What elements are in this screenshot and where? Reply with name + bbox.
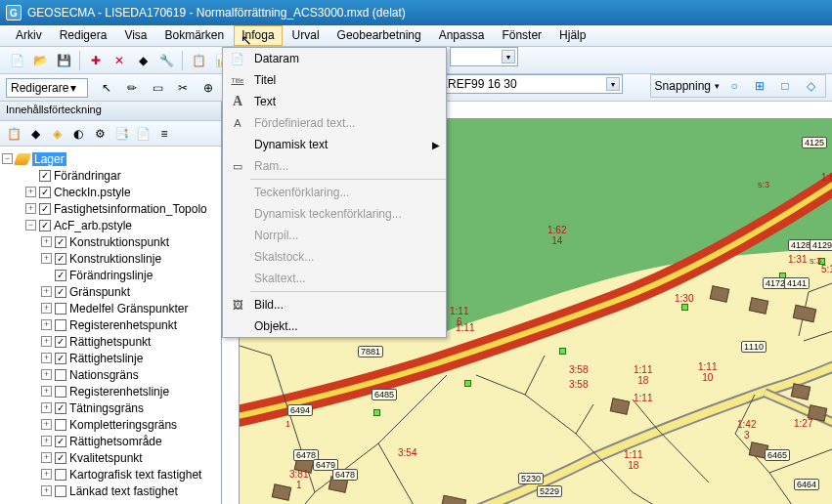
layer-checkbox[interactable] <box>55 436 66 447</box>
edit-tool-icon[interactable]: ↖ <box>96 77 117 99</box>
tree-item[interactable]: +Kartografisk text fastighet <box>2 466 219 483</box>
layer-checkbox[interactable] <box>55 286 66 298</box>
expand-icon[interactable]: + <box>41 386 52 397</box>
menu-visa[interactable]: Visa <box>116 25 154 46</box>
layer-checkbox[interactable] <box>39 203 51 215</box>
tree-item[interactable]: +Rättighetsområde <box>2 433 219 449</box>
menu-fönster[interactable]: Fönster <box>494 25 549 46</box>
layer-checkbox[interactable] <box>55 485 66 497</box>
tree-item[interactable]: +Kompletteringsgräns <box>2 416 219 433</box>
tree-root[interactable]: −Lager <box>2 150 219 167</box>
layer-checkbox[interactable] <box>55 452 66 464</box>
layer-checkbox[interactable] <box>55 336 66 348</box>
collapse-icon[interactable]: − <box>25 220 36 231</box>
menu-arkiv[interactable]: Arkiv <box>8 25 50 46</box>
menu-hjälp[interactable]: Hjälp <box>551 25 593 46</box>
expand-icon[interactable]: + <box>41 452 52 463</box>
snap-edge-icon[interactable]: □ <box>774 75 796 97</box>
tree-item[interactable]: Förändringslinje <box>2 267 219 283</box>
menu-item[interactable]: AText <box>223 91 446 112</box>
expand-icon[interactable]: + <box>41 303 52 314</box>
tree-item[interactable]: +Rättighetslinje <box>2 350 219 366</box>
tree-item[interactable]: +Rättighetspunkt <box>2 333 219 350</box>
tree-item[interactable]: +CheckIn.pstyle <box>2 184 219 200</box>
scale-combo[interactable]: ▾ <box>450 47 518 66</box>
tree-item[interactable]: +Tätningsgräns <box>2 399 219 416</box>
layer-checkbox[interactable] <box>55 469 66 481</box>
toc-options-icon[interactable]: ⚙ <box>90 124 109 144</box>
new-icon[interactable]: 📄 <box>6 50 27 71</box>
tree-item[interactable]: +Registerenhetspunkt <box>2 316 219 333</box>
menu-infoga[interactable]: Infoga <box>234 25 282 46</box>
tree-item[interactable]: +Medelfel Gränspunkter <box>2 300 219 316</box>
expand-icon[interactable]: + <box>41 336 52 347</box>
layer-checkbox[interactable] <box>55 419 66 431</box>
tree-item[interactable]: +Fastighetsinformation_Topolo <box>2 200 219 217</box>
expand-icon[interactable]: + <box>41 419 52 430</box>
expand-icon[interactable]: + <box>41 402 52 413</box>
layer-checkbox[interactable] <box>55 236 66 248</box>
tree-item[interactable]: +Registerenhetslinje <box>2 383 219 399</box>
snap-point-icon[interactable]: ○ <box>723 75 745 97</box>
tool-icon[interactable]: ✚ <box>85 50 107 71</box>
edit-tool-icon[interactable]: ▭ <box>147 77 168 99</box>
expand-icon[interactable]: + <box>41 485 52 496</box>
tool-icon[interactable]: ✕ <box>109 50 130 71</box>
tree-item[interactable]: +Kvalitetspunkt <box>2 449 219 466</box>
tree-item[interactable]: +Länkad text fastighet <box>2 483 219 499</box>
snapping-label[interactable]: Snappning <box>655 79 711 93</box>
layer-checkbox[interactable] <box>55 402 66 414</box>
snap-grid-icon[interactable]: ⊞ <box>749 75 770 97</box>
edit-tool-icon[interactable]: ✏ <box>121 77 143 99</box>
expand-icon[interactable]: + <box>41 319 52 330</box>
layer-checkbox[interactable] <box>55 319 66 331</box>
menu-urval[interactable]: Urval <box>285 25 328 46</box>
edit-tool-icon[interactable]: ✂ <box>172 77 194 99</box>
layer-checkbox[interactable] <box>55 270 66 281</box>
menu-redigera[interactable]: Redigera <box>52 25 115 46</box>
toc-btn-icon[interactable]: ≡ <box>154 124 174 144</box>
layer-checkbox[interactable] <box>55 353 66 364</box>
menu-geobearbetning[interactable]: Geobearbetning <box>329 25 429 46</box>
tree-item[interactable]: +Gränspunkt <box>2 283 219 300</box>
expand-icon[interactable]: + <box>41 436 52 446</box>
list-by-source-icon[interactable]: ◆ <box>25 124 45 144</box>
expand-icon[interactable]: + <box>25 187 36 197</box>
tool-icon[interactable]: 🔧 <box>155 50 177 71</box>
list-by-selection-icon[interactable]: ◐ <box>68 124 88 144</box>
save-icon[interactable]: 💾 <box>53 50 74 71</box>
tool-icon[interactable]: 📋 <box>188 50 209 71</box>
menu-bokmärken[interactable]: Bokmärken <box>157 25 233 46</box>
layer-checkbox[interactable] <box>55 253 66 265</box>
layer-checkbox[interactable] <box>39 170 51 182</box>
toc-btn-icon[interactable]: 📑 <box>111 124 131 144</box>
menu-anpassa[interactable]: Anpassa <box>431 25 493 46</box>
list-by-visibility-icon[interactable]: ◈ <box>47 124 66 144</box>
layer-checkbox[interactable] <box>55 369 66 381</box>
expand-icon[interactable]: + <box>41 469 52 480</box>
expand-icon[interactable]: + <box>41 236 52 247</box>
snap-vertex-icon[interactable]: ◇ <box>800 75 821 97</box>
editor-dropdown[interactable]: Redigerare ▾ <box>6 78 88 98</box>
menu-item[interactable]: 🖼Bild... <box>223 294 446 315</box>
expand-icon[interactable]: + <box>41 353 52 363</box>
menu-item[interactable]: Objekt... <box>223 315 446 337</box>
list-by-drawing-icon[interactable]: 📋 <box>4 124 23 144</box>
menu-item[interactable]: 📄Dataram <box>223 48 446 69</box>
tree-item[interactable]: −AcF_arb.pstyle <box>2 217 219 233</box>
layer-checkbox[interactable] <box>55 386 66 398</box>
layer-checkbox[interactable] <box>39 187 51 198</box>
tree-item[interactable]: Förändringar <box>2 167 219 184</box>
tree-item[interactable]: +Nationsgräns <box>2 366 219 383</box>
toc-btn-icon[interactable]: 📄 <box>133 124 153 144</box>
layer-checkbox[interactable] <box>55 303 66 315</box>
add-layer-icon[interactable]: ◆ <box>132 50 153 71</box>
open-icon[interactable]: 📂 <box>29 50 51 71</box>
tree-item[interactable]: +Konstruktionspunkt <box>2 233 219 250</box>
crs-combo[interactable]: VEREF99 16 30 ▾ <box>427 74 623 94</box>
layer-tree[interactable]: −LagerFörändringar+CheckIn.pstyle+Fastig… <box>0 147 221 504</box>
layer-checkbox[interactable] <box>39 220 51 231</box>
expand-icon[interactable]: + <box>41 253 52 264</box>
tree-item[interactable]: +Konstruktionslinje <box>2 250 219 267</box>
menu-item[interactable]: Dynamisk text▶ <box>223 134 446 155</box>
